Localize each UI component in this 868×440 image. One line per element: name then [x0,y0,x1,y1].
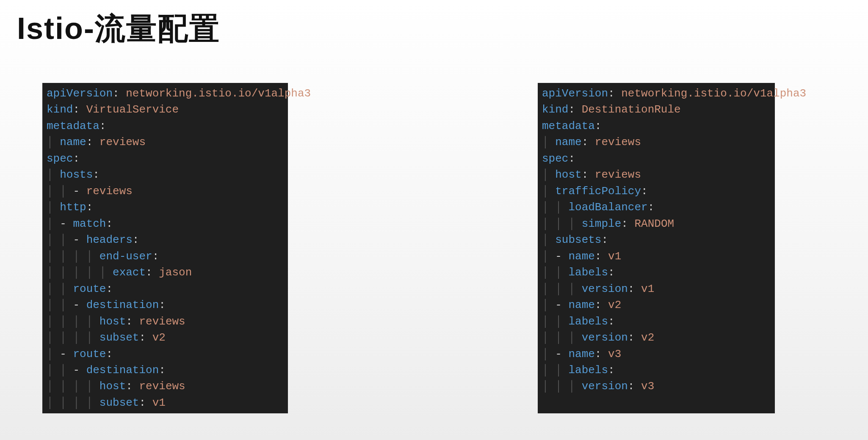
page-title: Istio-流量配置 [17,8,851,49]
yaml-virtualservice: apiVersion: networking.istio.io/v1alpha3… [42,83,288,413]
code-row: apiVersion: networking.istio.io/v1alpha3… [17,58,851,413]
yaml-destinationrule: apiVersion: networking.istio.io/v1alpha3… [538,83,775,413]
slide: Istio-流量配置 apiVersion: networking.istio.… [0,0,868,440]
